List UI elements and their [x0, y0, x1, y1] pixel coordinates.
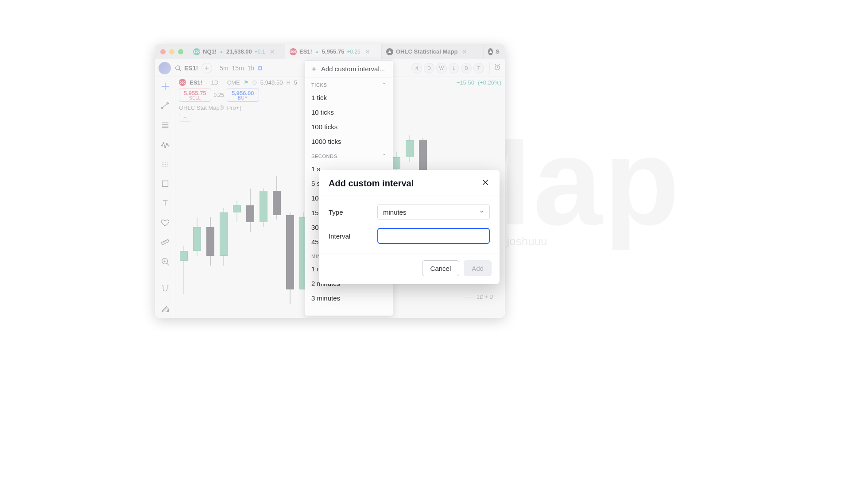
minimize-window-icon[interactable]	[169, 49, 174, 54]
tab-change: +0.26	[347, 49, 360, 55]
logo-icon	[386, 48, 393, 55]
add-interval-modal: Add custom interval Type minutes Interva…	[319, 170, 500, 284]
tab-symbol: ES1!	[299, 48, 312, 55]
svg-rect-9	[162, 181, 168, 187]
svg-point-4	[161, 145, 163, 146]
interval-item[interactable]: 100 ticks	[305, 120, 393, 134]
pattern-tool-icon[interactable]	[160, 140, 170, 151]
svg-point-0	[176, 66, 180, 69]
tab-close-icon[interactable]: ✕	[365, 48, 370, 55]
tab-price: 5,955.75	[322, 48, 345, 55]
symbol-badge-icon: 500	[290, 48, 297, 55]
legend-h-label: H	[286, 79, 290, 86]
tab-close-icon[interactable]: ✕	[462, 48, 467, 55]
chevron-up-icon	[182, 115, 188, 120]
type-label: Type	[329, 208, 377, 216]
svg-rect-10	[161, 239, 169, 245]
separator	[216, 62, 216, 74]
modal-title: Add custom interval	[329, 178, 414, 189]
interval-item[interactable]: 1 tick	[305, 90, 393, 105]
plus-icon	[204, 65, 210, 71]
favorite-tool-icon[interactable]	[160, 218, 170, 229]
chevron-up-icon: ⌃	[382, 153, 387, 159]
legend-timeframe: 1D	[211, 79, 219, 86]
pill-w[interactable]: W	[436, 63, 447, 73]
avatar[interactable]	[159, 62, 171, 74]
timeframe-5m[interactable]: 5m	[220, 65, 228, 72]
legend-o-value: 5,949.50	[260, 79, 283, 86]
symbol-badge-icon: 500	[179, 79, 186, 86]
tab-nq1[interactable]: 100 NQ1! ▲ 21,538.00 +0.1 ✕	[189, 44, 285, 59]
legend-exchange: CME	[227, 79, 240, 86]
timeframe-15m[interactable]: 15m	[232, 65, 244, 72]
chevron-up-icon: ⌃	[382, 82, 387, 88]
section-ticks[interactable]: TICKS ⌃	[305, 77, 393, 90]
shape-tool-icon[interactable]	[160, 179, 170, 190]
buy-button[interactable]: 5,956.00 BUY	[227, 89, 259, 102]
crosshair-tool-icon[interactable]	[160, 81, 170, 93]
logo-icon	[488, 48, 493, 55]
section-seconds[interactable]: SECONDS ⌃	[305, 149, 393, 162]
tab-close-icon[interactable]: ✕	[270, 48, 275, 55]
legend-h-value: 5	[294, 79, 297, 86]
separator	[489, 62, 490, 74]
type-select[interactable]: minutes	[377, 204, 490, 220]
trendline-tool-icon[interactable]	[160, 101, 170, 112]
cancel-button[interactable]: Cancel	[422, 260, 460, 276]
legend-o-label: O	[252, 79, 257, 86]
fib-tool-icon[interactable]	[160, 120, 170, 132]
tab-symbol: NQ1!	[203, 48, 217, 55]
collapse-legend-button[interactable]	[179, 114, 191, 122]
flag-icon: ⚑	[244, 79, 249, 86]
search-icon	[174, 65, 182, 72]
timeframe-readout: 1D + D	[464, 294, 493, 300]
zoom-tool-icon[interactable]	[160, 257, 170, 268]
pill-4[interactable]: 4	[411, 63, 422, 73]
interval-pills: 4 D W L D T	[411, 63, 484, 73]
symbol-search[interactable]: ES1!	[174, 65, 198, 72]
close-window-icon[interactable]	[160, 49, 166, 54]
ruler-tool-icon[interactable]	[160, 237, 170, 249]
interval-input[interactable]	[377, 228, 490, 244]
tab-change: +0.1	[255, 49, 265, 55]
pill-t[interactable]: T	[473, 63, 484, 73]
svg-point-8	[167, 145, 169, 146]
text-tool-icon[interactable]	[160, 198, 170, 210]
pill-d2[interactable]: D	[461, 63, 472, 73]
pill-d[interactable]: D	[424, 63, 434, 73]
interval-label: Interval	[329, 232, 377, 240]
close-icon[interactable]	[481, 178, 490, 189]
maximize-window-icon[interactable]	[178, 49, 183, 54]
tab-extra[interactable]: S	[484, 44, 504, 59]
tab-title: S	[496, 48, 500, 55]
up-triangle-icon: ▲	[315, 49, 319, 54]
plus-icon	[310, 66, 318, 73]
interval-item[interactable]: 1000 ticks	[305, 134, 393, 149]
interval-item[interactable]: 3 minutes	[305, 291, 393, 305]
drawing-toolbar	[155, 77, 175, 318]
timeframe-d[interactable]: D	[258, 65, 262, 72]
window-controls	[155, 44, 189, 59]
svg-point-12	[167, 310, 169, 312]
interval-item[interactable]: 10 ticks	[305, 105, 393, 120]
edit-lock-tool-icon[interactable]	[160, 304, 170, 315]
tab-price: 21,538.00	[226, 48, 252, 55]
chevron-down-icon	[479, 208, 485, 216]
tab-bar: 100 NQ1! ▲ 21,538.00 +0.1 ✕ 500 ES1! ▲ 5…	[155, 44, 505, 59]
tab-es1[interactable]: 500 ES1! ▲ 5,955.75 +0.26 ✕	[285, 44, 382, 59]
alert-icon[interactable]	[493, 63, 501, 73]
tab-ohlc-stat[interactable]: OHLC Statistical Mapp ✕	[382, 44, 484, 59]
watermark-small: _joshuuu	[500, 235, 547, 248]
timeframe-1h[interactable]: 1h	[248, 65, 255, 72]
add-button[interactable]: Add	[464, 260, 492, 276]
symbol-badge-icon: 100	[193, 48, 200, 55]
up-triangle-icon: ▲	[219, 49, 224, 54]
legend-change-abs: +15.50	[457, 79, 474, 86]
magnet-tool-icon[interactable]	[160, 284, 170, 296]
pill-l[interactable]: L	[449, 63, 459, 73]
forecast-tool-icon[interactable]	[160, 159, 170, 171]
spread-value: 0.25	[214, 92, 224, 98]
sell-button[interactable]: 5,955.75 SELL	[179, 89, 211, 102]
add-custom-interval-row[interactable]: Add custom interval...	[305, 61, 393, 77]
add-symbol-button[interactable]	[202, 63, 212, 73]
